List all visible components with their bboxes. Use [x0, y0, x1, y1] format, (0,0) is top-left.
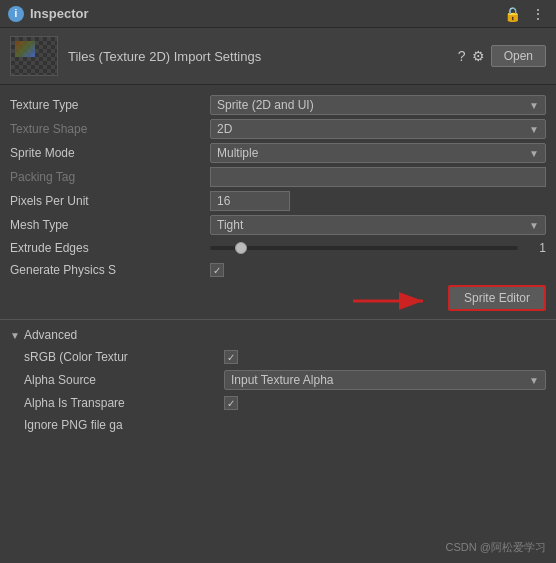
packing-tag-value — [210, 167, 546, 187]
mesh-type-label: Mesh Type — [10, 218, 210, 232]
sprite-mode-dropdown[interactable]: Multiple ▼ — [210, 143, 546, 163]
pixels-per-unit-input[interactable] — [210, 191, 290, 211]
texture-shape-value: 2D ▼ — [210, 119, 546, 139]
info-icon: i — [8, 6, 24, 22]
chevron-down-icon: ▼ — [529, 148, 539, 159]
sprite-mode-row: Sprite Mode Multiple ▼ — [0, 141, 556, 165]
packing-tag-row: Packing Tag — [0, 165, 556, 189]
extrude-edges-slider-container: 1 — [210, 241, 546, 255]
alpha-transparent-label: Alpha Is Transpare — [24, 396, 224, 410]
sprite-mode-value: Multiple ▼ — [210, 143, 546, 163]
red-arrow-icon — [348, 283, 438, 319]
texture-type-value: Sprite (2D and UI) ▼ — [210, 95, 546, 115]
ignore-png-label: Ignore PNG file ga — [24, 418, 224, 432]
generate-physics-checkbox[interactable]: ✓ — [210, 263, 224, 277]
header-bar: i Inspector 🔒 ⋮ — [0, 0, 556, 28]
alpha-transparent-value: ✓ — [224, 396, 546, 410]
open-button[interactable]: Open — [491, 45, 546, 67]
lock-icon[interactable]: 🔒 — [502, 4, 522, 24]
advanced-section-label: Advanced — [24, 328, 77, 342]
texture-shape-dropdown[interactable]: 2D ▼ — [210, 119, 546, 139]
help-icon[interactable]: ? — [458, 48, 466, 64]
generate-physics-label: Generate Physics S — [10, 263, 210, 277]
mesh-type-row: Mesh Type Tight ▼ — [0, 213, 556, 237]
pixels-per-unit-label: Pixels Per Unit — [10, 194, 210, 208]
texture-type-row: Texture Type Sprite (2D and UI) ▼ — [0, 93, 556, 117]
mesh-type-dropdown[interactable]: Tight ▼ — [210, 215, 546, 235]
mesh-type-value: Tight ▼ — [210, 215, 546, 235]
extrude-edges-slider-thumb[interactable] — [235, 242, 247, 254]
texture-shape-row: Texture Shape 2D ▼ — [0, 117, 556, 141]
title-section: Tiles (Texture 2D) Import Settings ? ⚙ O… — [0, 28, 556, 85]
texture-shape-label: Texture Shape — [10, 122, 210, 136]
title-actions: ? ⚙ Open — [458, 45, 546, 67]
window-title: Inspector — [30, 6, 502, 21]
alpha-transparent-row: Alpha Is Transpare ✓ — [0, 392, 556, 414]
content-area: Texture Type Sprite (2D and UI) ▼ Textur… — [0, 85, 556, 444]
generate-physics-value: ✓ — [210, 263, 546, 277]
srgb-value: ✓ — [224, 350, 546, 364]
section-triangle-icon: ▼ — [10, 330, 20, 341]
chevron-down-icon: ▼ — [529, 220, 539, 231]
texture-thumbnail — [10, 36, 58, 76]
srgb-checkbox[interactable]: ✓ — [224, 350, 238, 364]
generate-physics-row: Generate Physics S ✓ — [0, 259, 556, 281]
texture-type-label: Texture Type — [10, 98, 210, 112]
import-settings-title: Tiles (Texture 2D) Import Settings — [68, 49, 448, 64]
srgb-label: sRGB (Color Textur — [24, 350, 224, 364]
extrude-edges-label: Extrude Edges — [10, 241, 210, 255]
srgb-row: sRGB (Color Textur ✓ — [0, 346, 556, 368]
header-icons: 🔒 ⋮ — [502, 4, 548, 24]
section-divider — [0, 319, 556, 320]
chevron-down-icon: ▼ — [529, 100, 539, 111]
alpha-source-value: Input Texture Alpha ▼ — [224, 370, 546, 390]
advanced-section-header[interactable]: ▼ Advanced — [0, 324, 556, 346]
ignore-png-row: Ignore PNG file ga — [0, 414, 556, 436]
settings-icon[interactable]: ⚙ — [472, 48, 485, 64]
extrude-edges-slider-track — [210, 246, 518, 250]
pixels-per-unit-value — [210, 191, 546, 211]
texture-type-dropdown[interactable]: Sprite (2D and UI) ▼ — [210, 95, 546, 115]
extrude-edges-value: 1 — [526, 241, 546, 255]
packing-tag-label: Packing Tag — [10, 170, 210, 184]
chevron-down-icon: ▼ — [529, 375, 539, 386]
sprite-editor-button[interactable]: Sprite Editor — [448, 285, 546, 311]
sprite-editor-row: Sprite Editor — [0, 281, 556, 315]
extrude-edges-row: Extrude Edges 1 — [0, 237, 556, 259]
menu-icon[interactable]: ⋮ — [528, 4, 548, 24]
packing-tag-input[interactable] — [210, 167, 546, 187]
alpha-source-dropdown[interactable]: Input Texture Alpha ▼ — [224, 370, 546, 390]
alpha-source-label: Alpha Source — [24, 373, 224, 387]
pixels-per-unit-row: Pixels Per Unit — [0, 189, 556, 213]
alpha-source-row: Alpha Source Input Texture Alpha ▼ — [0, 368, 556, 392]
chevron-down-icon: ▼ — [529, 124, 539, 135]
alpha-transparent-checkbox[interactable]: ✓ — [224, 396, 238, 410]
sprite-mode-label: Sprite Mode — [10, 146, 210, 160]
watermark: CSDN @阿松爱学习 — [446, 540, 546, 555]
